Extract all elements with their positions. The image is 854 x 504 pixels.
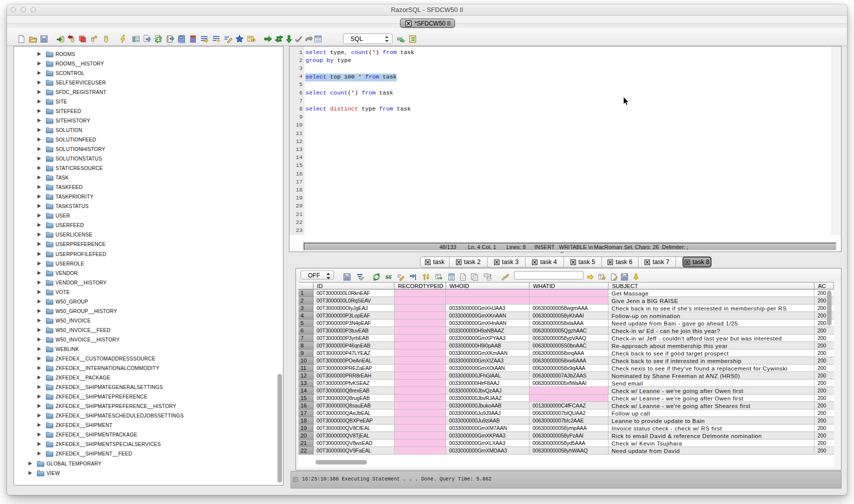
svg-text:66: 66 bbox=[386, 274, 392, 280]
